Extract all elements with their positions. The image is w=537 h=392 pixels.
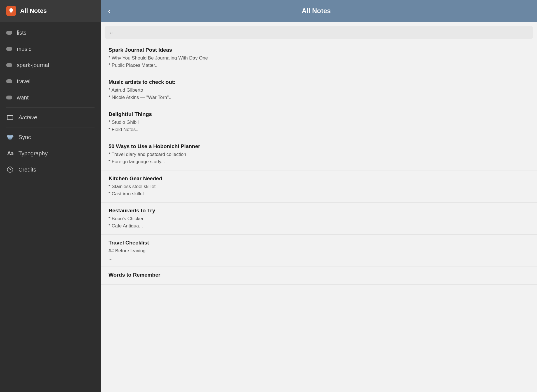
note-title-6: Travel Checklist [109,240,529,246]
svg-rect-2 [7,115,13,116]
sidebar-item-label-want: want [17,94,29,101]
search-input[interactable] [116,30,528,35]
sidebar-item-label-sync: Sync [18,134,31,141]
svg-text:C: C [10,10,12,13]
note-item-4[interactable]: Kitchen Gear Needed* Stainless steel ski… [101,170,537,203]
tag-dot-travel [6,79,12,83]
note-preview-2: * Studio Ghibli* Field Notes... [109,119,529,133]
svg-point-9 [10,171,10,172]
sidebar-item-music[interactable]: music [0,41,101,57]
main-header: ‹ All Notes [101,0,537,22]
note-item-7[interactable]: Words to Remember [101,267,537,285]
search-bar: ⌕ [105,26,533,39]
sidebar-item-label-music: music [17,46,31,52]
sidebar-item-lists[interactable]: lists [0,25,101,41]
note-preview-6: ## Before leaving:... [109,247,529,262]
sidebar-nav: lists music spark-journal travel want [0,22,101,392]
note-preview-1: * Astrud Gilberto* Nicole Atkins — "War … [109,87,529,101]
sidebar-item-sync[interactable]: Sync [0,129,101,145]
sidebar-item-spark-journal[interactable]: spark-journal [0,57,101,73]
note-item-1[interactable]: Music artists to check out:* Astrud Gilb… [101,74,537,106]
note-item-0[interactable]: Spark Journal Post Ideas* Why You Should… [101,42,537,74]
typography-icon: Aa [6,149,14,157]
note-title-3: 50 Ways to Use a Hobonichi Planner [109,143,529,149]
sidebar-item-want[interactable]: want [0,89,101,106]
note-title-4: Kitchen Gear Needed [109,175,529,182]
note-item-3[interactable]: 50 Ways to Use a Hobonichi Planner* Trav… [101,138,537,170]
sidebar-item-archive[interactable]: Archive [0,109,101,125]
archive-icon [6,113,14,121]
search-icon: ⌕ [110,30,113,35]
tag-dot-music [6,47,12,51]
note-preview-0: * Why You Should Be Journaling With Day … [109,54,529,69]
sync-icon [6,133,14,141]
note-item-2[interactable]: Delightful Things* Studio Ghibli* Field … [101,106,537,138]
sidebar-item-label-archive: Archive [18,114,37,121]
main-title: All Notes [116,7,516,15]
svg-rect-1 [7,116,13,120]
sidebar-item-travel[interactable]: travel [0,73,101,89]
back-button[interactable]: ‹ [108,7,110,15]
note-item-6[interactable]: Travel Checklist## Before leaving:... [101,235,537,267]
sidebar-item-label-typography: Typography [18,150,48,157]
note-preview-3: * Travel diary and postcard collection* … [109,151,529,165]
svg-point-7 [8,138,12,140]
tag-dot-lists [6,31,12,35]
sidebar-title: All Notes [20,7,47,15]
tag-dot-spark-journal [6,63,12,67]
note-preview-5: * Bobo's Chicken* Cafe Antigua... [109,215,529,229]
note-title-7: Words to Remember [109,272,529,278]
sidebar-item-typography[interactable]: Aa Typography [0,145,101,161]
app-icon: C [6,6,16,16]
main-content: ‹ All Notes ⌕ Spark Journal Post Ideas* … [101,0,537,392]
sidebar-item-label-lists: lists [17,30,26,36]
note-title-1: Music artists to check out: [109,79,529,85]
sidebar-divider-2 [6,127,95,127]
sidebar-divider-1 [6,107,95,108]
note-preview-4: * Stainless steel skillet* Cast iron ski… [109,183,529,197]
sidebar-item-label-travel: travel [17,78,30,85]
sidebar-header: C All Notes [0,0,101,22]
sidebar-item-credits[interactable]: Credits [0,161,101,178]
tag-dot-want [6,96,12,99]
note-title-5: Restaurants to Try [109,208,529,214]
notes-list: Spark Journal Post Ideas* Why You Should… [101,39,537,392]
note-title-2: Delightful Things [109,111,529,117]
note-item-5[interactable]: Restaurants to Try* Bobo's Chicken* Cafe… [101,203,537,235]
credits-icon [6,166,14,174]
sidebar-item-label-credits: Credits [18,167,36,173]
note-title-0: Spark Journal Post Ideas [109,47,529,53]
sidebar: C All Notes lists music spark-journal tr… [0,0,101,392]
sidebar-item-label-spark-journal: spark-journal [17,62,49,68]
